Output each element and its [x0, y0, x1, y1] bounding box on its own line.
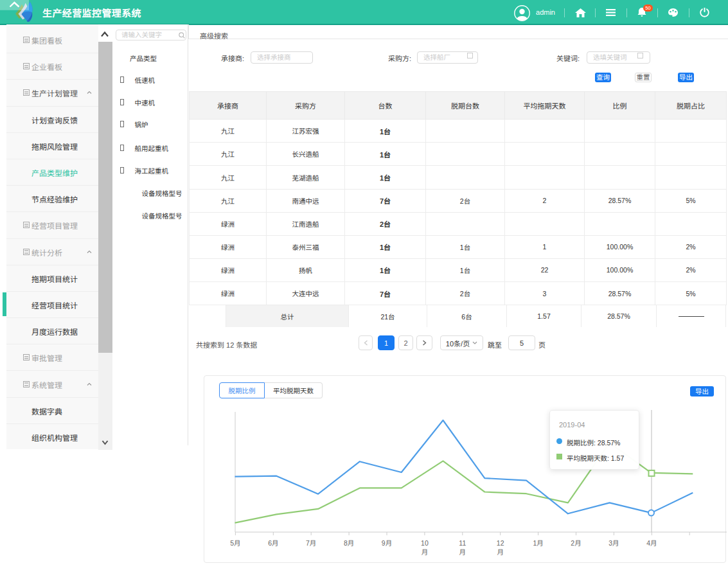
svg-text:月: 月	[422, 548, 429, 556]
svg-text:11: 11	[459, 539, 466, 547]
svg-text:月: 月	[459, 548, 466, 556]
svg-text:8月: 8月	[344, 539, 354, 547]
svg-text:10: 10	[421, 539, 429, 547]
svg-text:7月: 7月	[306, 539, 316, 547]
svg-text:12: 12	[497, 539, 504, 547]
svg-text:2月: 2月	[571, 539, 581, 547]
svg-text:4月: 4月	[646, 539, 657, 547]
svg-text:6月: 6月	[268, 539, 278, 547]
svg-text:1月: 1月	[533, 539, 543, 547]
svg-text:9月: 9月	[382, 539, 392, 547]
svg-text:5月: 5月	[230, 539, 240, 547]
svg-text:3月: 3月	[608, 539, 619, 547]
svg-text:月: 月	[497, 548, 504, 556]
